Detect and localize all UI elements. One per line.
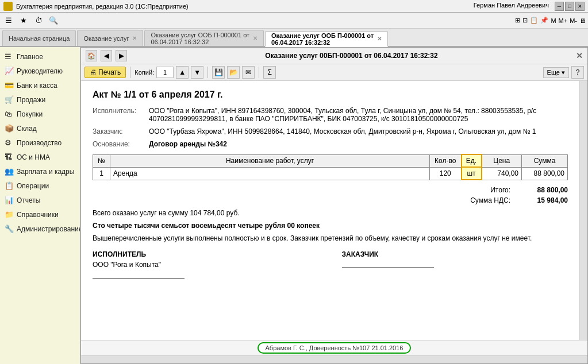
note-text: Вышеперечисленные услуги выполнены полно… [93, 234, 568, 242]
nds-row: Сумма НДС: 15 984,00 [93, 196, 568, 204]
executor-sig-name: ООО "Рога и Копыта" [93, 261, 319, 269]
copies-input[interactable] [156, 67, 174, 78]
tab-service3[interactable]: Оказание услуг ООБ П-000001 от06.04.2017… [265, 31, 388, 47]
window-controls: Герман Павел Андреевич ─ □ ✕ [474, 2, 585, 11]
tab-home[interactable]: Начальная страница [2, 30, 76, 46]
tab-service1[interactable]: Оказание услуг ✕ [77, 30, 143, 46]
amount-rub: Всего оказано услуг на сумму 104 784,00 … [93, 209, 568, 217]
icon7[interactable]: M- [570, 17, 577, 24]
search-icon[interactable]: 🔍 [47, 14, 60, 27]
reports-icon: 📊 [5, 196, 14, 204]
star-icon[interactable]: ★ [17, 14, 30, 27]
operations-icon: 📋 [5, 181, 14, 190]
copies-down-button[interactable]: ▼ [191, 66, 203, 79]
col-name: Наименование работ, услуг [110, 154, 430, 167]
col-unit: Ед. [462, 154, 482, 167]
executor-row: Исполнитель: ООО "Рога и Копыта", ИНН 89… [93, 107, 568, 123]
doc-header: 🏠 ◀ ▶ Оказание услуг 00БП-000001 от 06.0… [81, 48, 587, 64]
tab-service1-label: Оказание услуг [83, 35, 129, 42]
sidebar-item-manager[interactable]: 📈 Руководителю [0, 64, 80, 78]
minimize-button[interactable]: ─ [555, 2, 564, 11]
sidebar-main-label: Главное [17, 53, 43, 61]
customer-sig-block: ЗАКАЗЧИК [342, 250, 568, 281]
app-icon [3, 2, 13, 11]
doc-bottom-bar: Абрамов Г. С., Доверенность №107 21.01.2… [81, 340, 587, 355]
close-button[interactable]: ✕ [575, 2, 585, 11]
tab-service2-close[interactable]: ✕ [253, 35, 258, 41]
sales-icon: 🛒 [5, 95, 14, 104]
executor-sig-line [93, 278, 185, 278]
title-bar-text: Бухгалтерия предприятия, редакция 3.0 (1… [16, 3, 474, 10]
sidebar-item-os[interactable]: 🏗 ОС и НМА [0, 150, 80, 164]
email-icon-button[interactable]: ✉ [242, 66, 255, 79]
services-table: № Наименование работ, услуг Кол-во Ед. Ц… [93, 154, 568, 180]
help-button[interactable]: ? [571, 66, 584, 79]
print-label: Печать [98, 68, 121, 76]
tabs-row: Начальная страница Оказание услуг ✕ Оказ… [0, 29, 588, 47]
copies-label: Копий: [134, 69, 154, 76]
top-toolbar: ☰ ★ ⏱ 🔍 ⊞ ⊡ 📋 📌 M M+ M- 🖥 [0, 13, 588, 29]
toolbar-separator2 [207, 67, 208, 78]
sidebar-item-bank[interactable]: 💳 Банк и касса [0, 78, 80, 92]
col-qty: Кол-во [430, 154, 462, 167]
icon6[interactable]: M+ [559, 17, 568, 24]
icon8[interactable]: 🖥 [579, 17, 586, 24]
icon2[interactable]: ⊡ [522, 17, 528, 24]
basis-value-strong: Договор аренды №342 [149, 140, 227, 148]
restore-button[interactable]: □ [565, 2, 574, 11]
nds-label: Сумма НДС: [470, 196, 510, 204]
horizontal-scrollbar[interactable] [81, 355, 587, 363]
print-button[interactable]: 🖨 Печать [84, 67, 126, 78]
sidebar-item-salary[interactable]: 👥 Зарплата и кадры [0, 164, 80, 179]
forward-button[interactable]: ▶ [116, 50, 127, 61]
sidebar-warehouse-label: Склад [17, 125, 37, 133]
sidebar-manager-label: Руководителю [17, 67, 63, 75]
sidebar-salary-label: Зарплата и кадры [17, 168, 74, 176]
basis-label: Основание: [93, 140, 144, 148]
sidebar-item-production[interactable]: ⚙ Производство [0, 135, 80, 150]
tab-service3-close[interactable]: ✕ [377, 36, 382, 42]
tab-service1-close[interactable]: ✕ [132, 35, 137, 41]
history-icon[interactable]: ⏱ [32, 14, 45, 27]
sidebar-item-reference[interactable]: 📁 Справочники [0, 207, 80, 222]
basis-row: Основание: Договор аренды №342 [93, 140, 568, 148]
icon1[interactable]: ⊞ [515, 17, 520, 24]
col-price: Цена [482, 154, 522, 167]
row-unit: шт [462, 167, 482, 180]
sidebar-item-sales[interactable]: 🛒 Продажи [0, 92, 80, 107]
sidebar-item-main[interactable]: ☰ Главное [0, 49, 80, 64]
sidebar-item-operations[interactable]: 📋 Операции [0, 179, 80, 193]
main-icon: ☰ [5, 52, 14, 61]
doc-title: Оказание услуг 00БП-000001 от 06.04.2017… [130, 52, 572, 60]
executor-sig-block: ИСПОЛНИТЕЛЬ ООО "Рога и Копыта" [93, 250, 319, 281]
icon3[interactable]: 📋 [530, 17, 538, 24]
sidebar-item-purchases[interactable]: 🛍 Покупки [0, 107, 80, 121]
icon5[interactable]: M [551, 17, 556, 24]
vertical-scrollbar[interactable] [579, 81, 587, 340]
amount-words-strong: Сто четыре тысячи семьсот восемьдесят че… [93, 222, 320, 230]
tab-service2[interactable]: Оказание услуг ООБ П-000001 от06.04.2017… [144, 30, 264, 46]
sidebar-item-reports[interactable]: 📊 Отчеты [0, 193, 80, 207]
icon4[interactable]: 📌 [540, 17, 548, 24]
os-icon: 🏗 [5, 153, 14, 161]
open-icon-button[interactable]: 📂 [227, 66, 240, 79]
sidebar-item-admin[interactable]: 🔧 Администрирование [0, 222, 80, 236]
user-label: Герман Павел Андреевич [474, 2, 549, 11]
sidebar-reports-label: Отчеты [17, 196, 40, 204]
sidebar-item-warehouse[interactable]: 📦 Склад [0, 121, 80, 135]
back-button[interactable]: ◀ [101, 50, 112, 61]
hamburger-icon[interactable]: ☰ [2, 14, 15, 27]
customer-label: Заказчик: [93, 127, 144, 135]
customer-sig-line [342, 268, 434, 268]
more-button[interactable]: Еще ▾ [543, 67, 569, 78]
row-price: 740,00 [482, 167, 522, 180]
sum-icon-button[interactable]: Σ [263, 66, 276, 79]
home-nav-button[interactable]: 🏠 [86, 50, 97, 61]
save-icon-button[interactable]: 💾 [212, 66, 225, 79]
basis-value: Договор аренды №342 [149, 140, 568, 148]
doc-close-button[interactable]: ✕ [576, 51, 583, 60]
sidebar-purchases-label: Покупки [17, 110, 43, 118]
production-icon: ⚙ [5, 138, 14, 147]
copies-up-button[interactable]: ▲ [176, 66, 189, 79]
sidebar-reference-label: Справочники [17, 211, 59, 219]
